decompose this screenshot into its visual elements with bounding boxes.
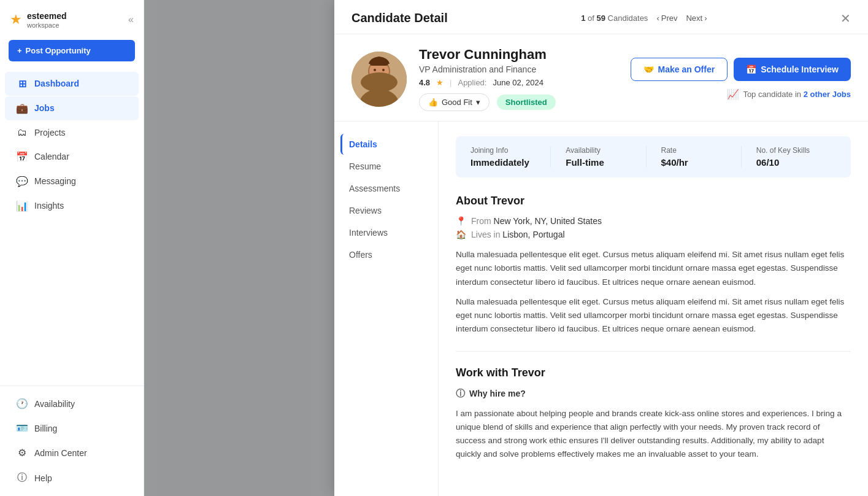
bio-paragraph-1: Nulla malesuada pellentesque elit eget. …	[456, 248, 851, 289]
info-joining: Joining Info Immedidately	[470, 146, 550, 168]
joining-label: Joining Info	[470, 146, 550, 155]
details-sidebar-nav: Details Resume Assessments Reviews Inter…	[334, 122, 439, 496]
sidebar-item-label: Messaging	[34, 176, 76, 186]
logo-star-icon: ★	[10, 12, 22, 28]
bio-paragraph-2: Nulla malesuada pellentesque elit eget. …	[456, 295, 851, 336]
dashboard-icon: ⊞	[16, 78, 28, 90]
info-skills: No. of Key Skills 06/10	[741, 146, 836, 168]
sidebar-item-jobs[interactable]: 💼 Jobs	[5, 96, 139, 120]
messaging-icon: 💬	[16, 176, 28, 187]
candidate-job-title: VP Administration and Finance	[419, 64, 618, 74]
thumbs-up-icon: 👍	[428, 98, 438, 107]
nav-offers[interactable]: Offers	[340, 244, 432, 265]
skills-value: 06/10	[756, 157, 836, 168]
shortlisted-badge: Shortlisted	[497, 95, 556, 110]
sidebar-collapse-button[interactable]: «	[128, 14, 134, 25]
sidebar-item-help[interactable]: ⓘ Help	[5, 465, 139, 490]
work-section: Work with Trevor ⓘ Why hire me? I am pas…	[456, 366, 851, 462]
lives-location: 🏠 Lives in Lisbon, Portugal	[456, 230, 851, 239]
logo-text-block: esteemed workspace	[27, 11, 67, 29]
sidebar-item-label: Projects	[34, 128, 66, 138]
about-title: About Trevor	[456, 195, 851, 207]
calendar-icon: 📅	[16, 151, 28, 163]
chevron-down-icon: ▾	[476, 98, 480, 107]
info-circle-icon: ⓘ	[456, 388, 465, 400]
nav-details[interactable]: Details	[340, 134, 432, 155]
sidebar-item-messaging[interactable]: 💬 Messaging	[5, 169, 139, 193]
modal-body: Details Resume Assessments Reviews Inter…	[334, 122, 868, 496]
work-title: Work with Trevor	[456, 366, 851, 379]
top-candidate-jobs-link[interactable]: 2 other Jobs	[804, 90, 851, 99]
sidebar-item-projects[interactable]: 🗂 Projects	[5, 121, 139, 144]
svg-point-5	[382, 69, 385, 71]
nav-assessments[interactable]: Assessments	[340, 178, 432, 199]
section-divider	[456, 351, 851, 352]
sidebar-logo-area: ★ esteemed workspace «	[0, 0, 144, 35]
make-offer-button[interactable]: 🤝 Make an Offer	[631, 58, 728, 81]
top-candidate-indicator: 📈 Top candidate in 2 other Jobs	[727, 88, 851, 100]
candidate-header: Trevor Cunningham VP Administration and …	[334, 34, 868, 122]
projects-icon: 🗂	[16, 127, 28, 138]
close-button[interactable]: ✕	[840, 12, 851, 25]
candidate-name: Trevor Cunningham	[419, 47, 618, 63]
sidebar-item-calendar[interactable]: 📅 Calendar	[5, 145, 139, 169]
sidebar-item-dashboard[interactable]: ⊞ Dashboard	[5, 72, 139, 96]
svg-point-7	[361, 72, 398, 92]
action-buttons: 🤝 Make an Offer 📅 Schedule Interview	[631, 58, 851, 81]
candidate-detail-modal: Candidate Detail 1 of 59 Candidates ‹ Pr…	[334, 0, 868, 496]
info-availability: Availability Full-time	[550, 146, 645, 168]
applied-label: Applied:	[458, 78, 486, 87]
nav-reviews[interactable]: Reviews	[340, 200, 432, 221]
sidebar-item-label: Admin Center	[34, 448, 87, 458]
availability-icon: 🕐	[16, 398, 28, 409]
sidebar-item-insights[interactable]: 📊 Insights	[5, 194, 139, 218]
availability-value: Full-time	[566, 157, 645, 168]
schedule-interview-button[interactable]: 📅 Schedule Interview	[734, 58, 851, 81]
info-rate: Rate $40/hr	[646, 146, 741, 168]
candidate-right-panel: 🤝 Make an Offer 📅 Schedule Interview 📈 T…	[631, 58, 851, 100]
nav-resume[interactable]: Resume	[340, 156, 432, 177]
fit-label: Good Fit	[442, 98, 472, 107]
candidate-meta: 4.8 ★ | Applied: June 02, 2024	[419, 78, 618, 87]
candidate-actions: 👍 Good Fit ▾ Shortlisted	[419, 93, 618, 111]
post-plus-icon: +	[17, 46, 22, 55]
avatar-image	[351, 52, 407, 107]
sidebar-item-admin[interactable]: ⚙ Admin Center	[5, 441, 139, 465]
help-icon: ⓘ	[16, 471, 28, 484]
avatar	[351, 52, 407, 107]
post-opportunity-button[interactable]: + Post Opportunity	[9, 40, 135, 61]
sidebar-item-availability[interactable]: 🕐 Availability	[5, 392, 139, 416]
sidebar-item-label: Billing	[34, 424, 57, 433]
modal-header: Candidate Detail 1 of 59 Candidates ‹ Pr…	[334, 0, 868, 34]
rate-label: Rate	[661, 146, 741, 155]
next-button[interactable]: Next ›	[686, 14, 707, 23]
joining-value: Immedidately	[470, 157, 550, 168]
sidebar-item-label: Calendar	[34, 152, 69, 161]
logo-name: esteemed	[27, 11, 67, 21]
prev-button[interactable]: ‹ Prev	[656, 14, 677, 23]
billing-icon: 🪪	[16, 422, 28, 434]
main-nav: ⊞ Dashboard 💼 Jobs 🗂 Projects 📅 Calendar…	[0, 71, 144, 386]
why-hire-text: I am passionate about helping people and…	[456, 407, 851, 462]
sidebar-item-label: Dashboard	[34, 79, 79, 88]
why-hire-heading: ⓘ Why hire me?	[456, 388, 851, 400]
sidebar-item-billing[interactable]: 🪪 Billing	[5, 416, 139, 440]
about-section: About Trevor 📍 From New York, NY, United…	[456, 195, 851, 336]
jobs-icon: 💼	[16, 103, 28, 114]
sidebar-item-label: Availability	[34, 399, 75, 409]
sidebar-item-label: Help	[34, 473, 52, 483]
sidebar-item-label: Insights	[34, 201, 64, 211]
skills-label: No. of Key Skills	[756, 146, 836, 155]
sidebar: ★ esteemed workspace « + Post Opportunit…	[0, 0, 144, 496]
rating-value: 4.8	[419, 78, 430, 87]
offer-icon: 🤝	[643, 64, 654, 74]
good-fit-button[interactable]: 👍 Good Fit ▾	[419, 93, 490, 111]
from-location: 📍 From New York, NY, United States	[456, 216, 851, 226]
applied-date: June 02, 2024	[493, 78, 543, 87]
candidate-info: Trevor Cunningham VP Administration and …	[419, 47, 618, 111]
nav-interviews[interactable]: Interviews	[340, 222, 432, 243]
sidebar-item-label: Jobs	[34, 103, 55, 113]
admin-icon: ⚙	[16, 447, 28, 459]
modal-navigation: 1 of 59 Candidates ‹ Prev Next ›	[581, 14, 707, 23]
bio-block: Nulla malesuada pellentesque elit eget. …	[456, 248, 851, 336]
